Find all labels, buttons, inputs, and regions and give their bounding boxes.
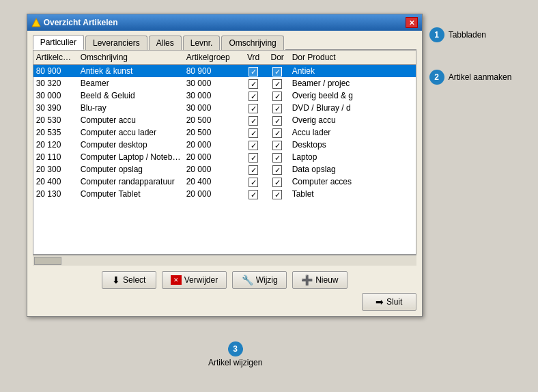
- cell-dorprod: Overig beeld & g: [289, 90, 378, 101]
- cell-dorprod: Laptop: [289, 152, 378, 163]
- cell-dorprod: Computer acces: [289, 176, 378, 187]
- tab-alles[interactable]: Alles: [149, 36, 182, 50]
- cell-omschr: Beamer: [78, 78, 184, 89]
- select-label: Select: [123, 275, 145, 285]
- tab-particulier[interactable]: Particulier: [33, 35, 84, 50]
- table-row[interactable]: 30 320 Beamer 30 000 ✓ ✓ Beamer / projec: [33, 77, 416, 89]
- cell-vrd[interactable]: ✓: [242, 66, 266, 76]
- cell-code: 30 000: [33, 90, 78, 101]
- checkbox[interactable]: ✓: [249, 128, 258, 138]
- cell-code: 20 130: [33, 188, 78, 199]
- cell-code: 20 530: [33, 115, 78, 126]
- cell-dor[interactable]: ✓: [266, 90, 289, 101]
- table-row[interactable]: 20 535 Computer accu lader 20 500 ✓ ✓ Ac…: [33, 126, 416, 139]
- cell-dorprod: Overig accu: [289, 115, 378, 126]
- cell-code: 30 390: [33, 102, 78, 113]
- table-row[interactable]: 80 900 Antiek & kunst 80 900 ✓ ✓ Antiek: [33, 65, 416, 77]
- checkbox[interactable]: ✓: [249, 153, 258, 163]
- cell-vrd[interactable]: ✓: [242, 115, 266, 126]
- table-row[interactable]: 20 530 Computer accu 20 500 ✓ ✓ Overig a…: [33, 114, 416, 126]
- checkbox-dor[interactable]: ✓: [272, 178, 282, 187]
- nieuw-icon: ➕: [301, 275, 313, 285]
- cell-code: 20 110: [33, 152, 78, 163]
- cell-omschr: Computer opslag: [78, 164, 184, 175]
- cell-dor[interactable]: ✓: [266, 102, 289, 113]
- cell-vrd[interactable]: ✓: [242, 176, 266, 187]
- table-row[interactable]: 30 390 Blu-ray 30 000 ✓ ✓ DVD / Bluray /…: [33, 102, 416, 114]
- checkbox-dor[interactable]: ✓: [272, 190, 282, 199]
- checkbox-dor[interactable]: ✓: [272, 79, 282, 89]
- checkbox[interactable]: ✓: [249, 67, 258, 76]
- window-icon: [31, 18, 41, 27]
- cell-vrd[interactable]: ✓: [242, 90, 266, 101]
- cell-vrd[interactable]: ✓: [242, 188, 266, 199]
- title-bar-left: Overzicht Artikelen: [31, 18, 118, 27]
- checkbox-dor[interactable]: ✓: [272, 67, 282, 76]
- wijzig-icon: 🔧: [242, 275, 253, 285]
- cell-vrd[interactable]: ✓: [242, 139, 266, 150]
- cell-dor[interactable]: ✓: [266, 188, 289, 199]
- annotation-circle-2: 2: [429, 70, 444, 85]
- cell-vrd[interactable]: ✓: [242, 152, 266, 163]
- checkbox-dor[interactable]: ✓: [272, 116, 282, 126]
- table-body[interactable]: 80 900 Antiek & kunst 80 900 ✓ ✓ Antiek …: [33, 65, 416, 253]
- cell-dor[interactable]: ✓: [266, 176, 289, 187]
- checkbox-dor[interactable]: ✓: [272, 104, 282, 113]
- header-dorprod: Dor Product: [289, 52, 378, 63]
- cell-code: 20 120: [33, 139, 78, 150]
- cell-vrd[interactable]: ✓: [242, 164, 266, 175]
- close-button[interactable]: ✕: [406, 17, 418, 28]
- cell-vrd[interactable]: ✓: [242, 78, 266, 89]
- cell-code: 20 300: [33, 164, 78, 175]
- table-row[interactable]: 20 400 Computer randapparatuur 20 400 ✓ …: [33, 176, 416, 188]
- checkbox[interactable]: ✓: [249, 190, 258, 199]
- cell-dor[interactable]: ✓: [266, 127, 289, 138]
- checkbox[interactable]: ✓: [249, 141, 258, 150]
- tab-omschrijving[interactable]: Omschrijving: [221, 36, 283, 50]
- sluit-label: Sluit: [386, 297, 402, 307]
- buttons-row-1: ⬇ Select ✕ Verwijder 🔧 Wijzig ➕ Nieuw: [33, 271, 416, 289]
- checkbox[interactable]: ✓: [249, 79, 258, 89]
- checkbox[interactable]: ✓: [249, 178, 258, 187]
- cell-artgrp: 20 000: [184, 188, 242, 199]
- cell-artgrp: 20 400: [184, 176, 242, 187]
- cell-dor[interactable]: ✓: [266, 152, 289, 163]
- tab-leveranciers[interactable]: Leveranciers: [85, 36, 147, 50]
- sluit-button[interactable]: ➡ Sluit: [362, 293, 416, 311]
- cell-dor[interactable]: ✓: [266, 164, 289, 175]
- cell-vrd[interactable]: ✓: [242, 127, 266, 138]
- checkbox[interactable]: ✓: [249, 92, 258, 101]
- annotation-circle-3: 3: [228, 341, 243, 356]
- table-row[interactable]: 20 110 Computer Laptop / Notebook 20 000…: [33, 151, 416, 163]
- header-dor: Dor: [266, 52, 289, 63]
- verwijder-button[interactable]: ✕ Verwijder: [162, 271, 227, 289]
- wijzig-button[interactable]: 🔧 Wijzig: [232, 271, 287, 289]
- annotation-text-3: Artikel wijzigen: [208, 358, 262, 367]
- cell-artgrp: 30 000: [184, 102, 242, 113]
- cell-dor[interactable]: ✓: [266, 115, 289, 126]
- header-artikelcode: Artikelcode: [33, 52, 78, 63]
- cell-dor[interactable]: ✓: [266, 139, 289, 150]
- cell-dor[interactable]: ✓: [266, 78, 289, 89]
- checkbox[interactable]: ✓: [249, 165, 258, 175]
- checkbox[interactable]: ✓: [249, 116, 258, 126]
- table-row[interactable]: 20 120 Computer desktop 20 000 ✓ ✓ Deskt…: [33, 139, 416, 151]
- nieuw-button[interactable]: ➕ Nieuw: [292, 271, 347, 289]
- checkbox-dor[interactable]: ✓: [272, 128, 282, 138]
- checkbox-dor[interactable]: ✓: [272, 153, 282, 163]
- checkbox-dor[interactable]: ✓: [272, 165, 282, 175]
- cell-dor[interactable]: ✓: [266, 66, 289, 76]
- table-row[interactable]: 20 300 Computer opslag 20 000 ✓ ✓ Data o…: [33, 163, 416, 176]
- cell-vrd[interactable]: ✓: [242, 102, 266, 113]
- table-row[interactable]: 20 130 Computer Tablet 20 000 ✓ ✓ Tablet: [33, 188, 416, 200]
- annotation-circle-1: 1: [429, 27, 444, 42]
- cell-omschr: Antiek & kunst: [78, 66, 184, 76]
- checkbox[interactable]: ✓: [249, 104, 258, 113]
- select-button[interactable]: ⬇ Select: [102, 271, 156, 289]
- tab-levnr[interactable]: Levnr.: [183, 36, 221, 50]
- table-row[interactable]: 30 000 Beeld & Geluid 30 000 ✓ ✓ Overig …: [33, 89, 416, 102]
- checkbox-dor[interactable]: ✓: [272, 92, 282, 101]
- checkbox-dor[interactable]: ✓: [272, 141, 282, 150]
- horizontal-scrollbar[interactable]: [33, 255, 416, 266]
- h-scroll-thumb[interactable]: [34, 257, 61, 265]
